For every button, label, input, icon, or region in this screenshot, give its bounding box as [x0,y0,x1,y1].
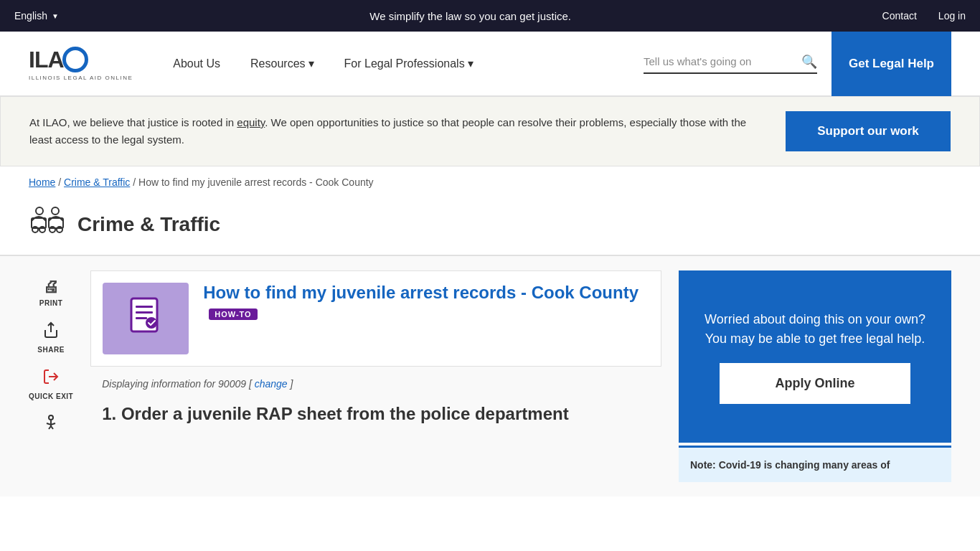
logo-circle-o [62,47,88,72]
category-header: Crime & Traffic [0,198,980,256]
logo[interactable]: ILA ILLINOIS LEGAL AID ONLINE [29,47,133,81]
zip-change-link[interactable]: change [255,378,288,390]
note-box: Note: Covid-19 is changing many areas of [679,446,951,482]
article-info: How to find my juvenile arrest records -… [203,283,649,329]
svg-point-15 [146,317,157,329]
banner: At ILAO, we believe that justice is root… [0,96,980,166]
search-button[interactable]: 🔍 [801,54,817,70]
language-selector[interactable]: English ▼ [14,10,59,22]
svg-point-7 [52,207,59,215]
logo-letters: ILA [29,47,64,73]
accessibility-action[interactable] [42,415,60,439]
section-heading-1: 1. Order a juvenile RAP sheet from the p… [90,404,661,424]
contact-link[interactable]: Contact [882,10,917,22]
note-box-text: Note: Covid-19 is changing many areas of [690,459,940,471]
get-legal-help-button[interactable]: Get Legal Help [831,32,951,96]
top-bar-actions: Contact Log in [882,10,966,22]
left-sidebar: 🖨 PRINT SHARE QUICK EXIT [29,270,73,482]
accessibility-icon [42,415,60,439]
main-nav: About Us Resources ▾ For Legal Professio… [161,51,644,76]
chevron-down-icon: ▾ [308,57,314,70]
header: ILA ILLINOIS LEGAL AID ONLINE About Us R… [0,32,980,96]
category-title: Crime & Traffic [77,213,220,236]
article-title[interactable]: How to find my juvenile arrest records -… [203,283,649,323]
zip-info: Displaying information for 90009 [ chang… [90,378,661,390]
svg-point-6 [36,207,43,215]
search-area: 🔍 [644,54,817,74]
login-link[interactable]: Log in [938,10,966,22]
quick-exit-icon [42,368,60,390]
logo-subtitle: ILLINOIS LEGAL AID ONLINE [29,75,133,81]
print-icon: 🖨 [43,278,60,296]
content-area: 🖨 PRINT SHARE QUICK EXIT [0,256,980,496]
right-sidebar: Worried about doing this on your own? Yo… [679,270,951,482]
share-icon [42,321,60,343]
banner-text: At ILAO, we believe that justice is root… [29,114,764,149]
help-box-text: Worried about doing this on your own? Yo… [705,310,925,349]
nav-resources[interactable]: Resources ▾ [239,51,325,76]
chevron-down-icon: ▼ [52,12,59,20]
article-thumbnail [103,283,189,354]
help-box: Worried about doing this on your own? Yo… [679,270,951,443]
chevron-down-icon: ▾ [468,57,473,70]
share-action[interactable]: SHARE [37,321,65,354]
svg-rect-13 [136,311,153,314]
equity-link[interactable]: equity [237,116,265,128]
crime-traffic-icon [29,205,66,243]
article-section: How to find my juvenile arrest records -… [90,270,661,482]
quick-exit-action[interactable]: QUICK EXIT [29,368,73,400]
breadcrumb-current: How to find my juvenile arrest records -… [138,176,374,188]
article-thumb-icon [126,296,166,342]
apply-online-button[interactable]: Apply Online [720,363,910,404]
nav-about-us[interactable]: About Us [161,52,232,76]
support-our-work-button[interactable]: Support our work [786,111,951,151]
search-input[interactable] [644,55,801,67]
article-card: How to find my juvenile arrest records -… [90,270,661,367]
svg-rect-12 [136,306,153,308]
tagline: We simplify the law so you can get justi… [59,10,882,22]
language-label: English [14,10,47,22]
breadcrumb-category[interactable]: Crime & Traffic [64,176,130,188]
breadcrumb-home[interactable]: Home [29,176,55,188]
svg-rect-14 [136,317,147,319]
nav-legal-professionals[interactable]: For Legal Professionals ▾ [333,51,485,76]
top-bar: English ▼ We simplify the law so you can… [0,0,980,32]
breadcrumb: Home / Crime & Traffic / How to find my … [0,166,980,198]
how-to-badge: HOW-TO [209,309,257,320]
print-action[interactable]: 🖨 PRINT [39,278,63,307]
svg-point-10 [49,415,53,420]
